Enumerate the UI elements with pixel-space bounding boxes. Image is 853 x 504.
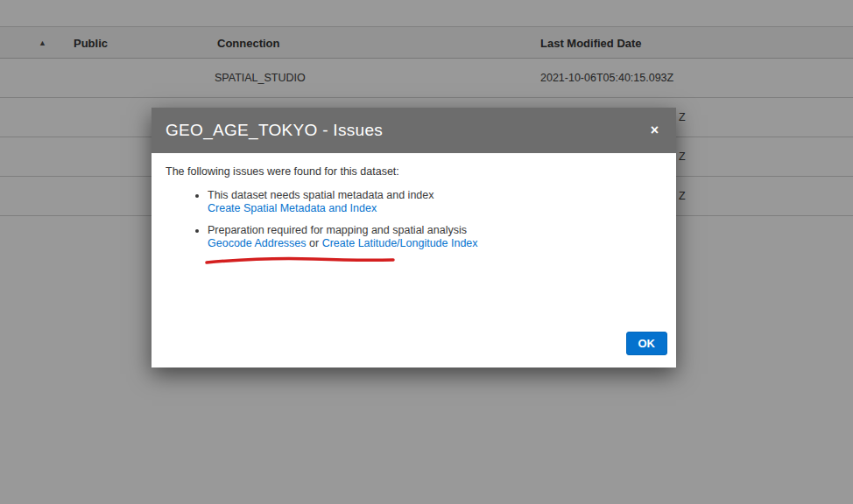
dialog-body: The following issues were found for this… xyxy=(152,153,676,368)
create-lat-lon-index-link[interactable]: Create Latitude/Longitude Index xyxy=(322,237,478,249)
create-spatial-metadata-link[interactable]: Create Spatial Metadata and Index xyxy=(208,202,377,214)
dialog-header: GEO_AGE_TOKYO - Issues × xyxy=(152,108,676,153)
datasets-page: ▲ Public Connection Last Modified Date S… xyxy=(0,0,853,504)
issues-dialog: GEO_AGE_TOKYO - Issues × The following i… xyxy=(152,108,676,368)
issue-links: Create Spatial Metadata and Index xyxy=(208,202,662,215)
ok-button[interactable]: OK xyxy=(626,332,668,355)
issue-list: This dataset needs spatial metadata and … xyxy=(166,189,662,250)
issue-links: Geocode Addresses or Create Latitude/Lon… xyxy=(208,237,662,250)
geocode-addresses-link[interactable]: Geocode Addresses xyxy=(208,237,307,249)
dialog-title: GEO_AGE_TOKYO - Issues xyxy=(166,121,383,140)
dialog-intro-text: The following issues were found for this… xyxy=(166,165,662,178)
issue-text: This dataset needs spatial metadata and … xyxy=(208,189,662,202)
annotation-underline xyxy=(204,255,397,267)
list-item: This dataset needs spatial metadata and … xyxy=(208,189,662,215)
link-joiner: or xyxy=(307,237,322,249)
issue-text: Preparation required for mapping and spa… xyxy=(208,224,662,237)
close-icon[interactable]: × xyxy=(647,122,662,139)
list-item: Preparation required for mapping and spa… xyxy=(208,224,662,250)
